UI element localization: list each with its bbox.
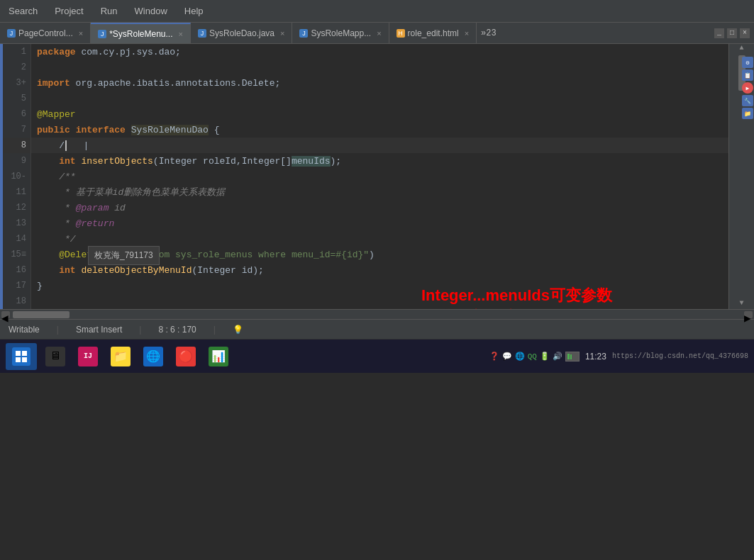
annotation-overlay: Integer...menuIds可变参数 语法顺序 一定要放到后头	[421, 285, 612, 309]
side-icon-3[interactable]: 🔧	[742, 95, 753, 106]
tab-close-pagecontrol[interactable]: ×	[79, 29, 83, 38]
side-icon-1[interactable]: ⚙	[742, 57, 753, 68]
line-number: 3+	[3, 75, 31, 91]
tray-chat: 💬	[502, 352, 512, 361]
h-scrollbar[interactable]: ◀ ▶	[0, 309, 754, 319]
taskbar-icon-1: 🖥	[45, 347, 65, 366]
tab-icon-j4: J	[299, 29, 308, 38]
editor-main: 123+5678910-1112131415≡161718 枚克海_791173…	[0, 44, 754, 309]
taskbar: 🖥 IJ 📁 🌐 🔴 📊 ❓ 💬 🌐 QQ 🔋 🔊	[0, 339, 754, 373]
taskbar-app-6[interactable]: 📊	[204, 343, 233, 370]
taskbar-app-1[interactable]: 🖥	[41, 343, 70, 370]
side-icon-run[interactable]: ▶	[742, 82, 753, 94]
scroll-track[interactable]: ⚙ 📋 ▶ 🔧 📁	[729, 54, 754, 299]
status-position-label: 8 : 6 : 170	[158, 325, 196, 335]
svg-rect-3	[22, 357, 27, 362]
line-number: 18	[3, 293, 31, 309]
tab-label-sysrolemapp: SysRoleMapp...	[311, 28, 371, 38]
tab-roleedit[interactable]: H role_edit.html ×	[389, 23, 477, 43]
window-minimize[interactable]: _	[714, 28, 724, 38]
tab-pagecontrol[interactable]: J PageControl... ×	[0, 23, 91, 43]
h-scroll-thumb[interactable]	[13, 311, 70, 318]
taskbar-app-4[interactable]: 🌐	[139, 343, 167, 370]
side-icon-2[interactable]: 📋	[742, 69, 753, 81]
taskbar-right: ❓ 💬 🌐 QQ 🔋 🔊 11:23 https://blog.csdn.net…	[489, 340, 748, 373]
tab-sysrolemapp[interactable]: J SysRoleMapp... ×	[292, 23, 389, 43]
window-restore[interactable]: □	[727, 28, 737, 38]
taskbar-time: 11:23	[585, 352, 606, 362]
svg-rect-0	[16, 351, 21, 356]
tab-close-sysrolemenu[interactable]: ×	[179, 30, 183, 38]
line-number: 14	[3, 231, 31, 247]
start-button[interactable]	[6, 343, 37, 370]
window-close[interactable]: ×	[740, 28, 750, 38]
h-scroll-left[interactable]: ◀	[1, 311, 10, 318]
line-number: 2	[3, 60, 31, 75]
line-number: 7	[3, 122, 31, 138]
status-sep1: |	[57, 325, 59, 335]
tab-sysroledao[interactable]: J SysRoleDao.java ×	[191, 23, 292, 43]
taskbar-icon-6: 📊	[209, 347, 228, 366]
tab-icon-j: J	[7, 29, 16, 38]
tab-close-sysrolemapp[interactable]: ×	[377, 29, 381, 38]
tray-qq: QQ	[528, 352, 537, 361]
tab-sysrolemenu[interactable]: J *SysRoleMenu... ×	[91, 23, 191, 43]
code-line: import org.apache.ibatis.annotations.Del…	[31, 75, 728, 91]
menu-bar: Search Project Run Window Help	[0, 0, 754, 23]
menu-window[interactable]: Window	[132, 4, 170, 18]
line-number: 6	[3, 106, 31, 122]
code-line: * @param id	[31, 200, 728, 215]
taskbar-icon-intellij: IJ	[78, 347, 98, 366]
tab-overflow[interactable]: »23	[477, 23, 501, 43]
menu-search[interactable]: Search	[6, 4, 40, 18]
tooltip-box: 枚克海_791173	[88, 246, 160, 265]
tab-label-sysrolemenu: *SysRoleMenu...	[109, 29, 172, 39]
annotation-line1: Integer...menuIds可变参数	[421, 285, 612, 307]
code-line	[31, 91, 728, 106]
taskbar-url: https://blog.csdn.net/qq_4376698	[612, 352, 748, 360]
tab-close-roleedit[interactable]: ×	[465, 29, 469, 38]
code-lines: package com.cy.pj.sys.dao;import org.apa…	[31, 44, 728, 309]
status-insert-label: Smart Insert	[76, 325, 122, 335]
taskbar-icon-4: 🌐	[143, 347, 163, 366]
tooltip-text: 枚克海_791173	[94, 250, 153, 260]
code-line: @Mapper	[31, 106, 728, 122]
tab-label-roleedit: role_edit.html	[408, 28, 459, 38]
code-line: * @return	[31, 215, 728, 231]
tray-volume: 🔊	[553, 352, 562, 361]
side-icon-4[interactable]: 📁	[742, 108, 753, 119]
status-writable-label: Writable	[9, 325, 40, 335]
status-bulb-icon[interactable]: 💡	[233, 325, 243, 335]
tray-battery: 🔋	[540, 352, 550, 361]
taskbar-icon-3: 📁	[111, 347, 131, 366]
line-number: 13	[3, 215, 31, 231]
right-panel: ▲ ⚙ 📋 ▶ 🔧 📁 ▼	[728, 44, 754, 309]
taskbar-app-5[interactable]: 🔴	[172, 343, 200, 370]
line-number: 8	[3, 138, 31, 153]
h-scroll-right[interactable]: ▶	[744, 311, 753, 318]
scroll-down-arrow[interactable]: ▼	[729, 299, 754, 309]
line-number: 9	[3, 153, 31, 169]
taskbar-app-3[interactable]: 📁	[106, 343, 135, 370]
code-area[interactable]: 枚克海_791173 Integer...menuIds可变参数 语法顺序 一定…	[31, 44, 728, 309]
tab-label-pagecontrol: PageControl...	[18, 28, 73, 38]
code-line: public interface SysRoleMenuDao {	[31, 122, 728, 138]
annotation-line2: 语法顺序 一定要放到后头	[421, 307, 612, 309]
svg-rect-2	[16, 357, 21, 362]
line-numbers: 123+5678910-1112131415≡161718	[3, 44, 31, 309]
line-number: 11	[3, 184, 31, 200]
menu-run[interactable]: Run	[98, 4, 121, 18]
time-display: 11:23	[585, 352, 606, 362]
scroll-up-arrow[interactable]: ▲	[729, 44, 754, 54]
svg-rect-1	[22, 351, 27, 356]
code-line	[31, 293, 728, 309]
tray-question: ❓	[489, 352, 499, 361]
line-number: 5	[3, 91, 31, 106]
taskbar-app-2[interactable]: IJ	[74, 343, 102, 370]
menu-project[interactable]: Project	[52, 4, 86, 18]
windows-logo	[12, 347, 31, 366]
tab-label-sysroledao: SysRoleDao.java	[209, 28, 275, 38]
status-insert: Smart Insert	[76, 325, 122, 335]
menu-help[interactable]: Help	[182, 4, 206, 18]
tab-close-sysroledao[interactable]: ×	[280, 29, 284, 38]
